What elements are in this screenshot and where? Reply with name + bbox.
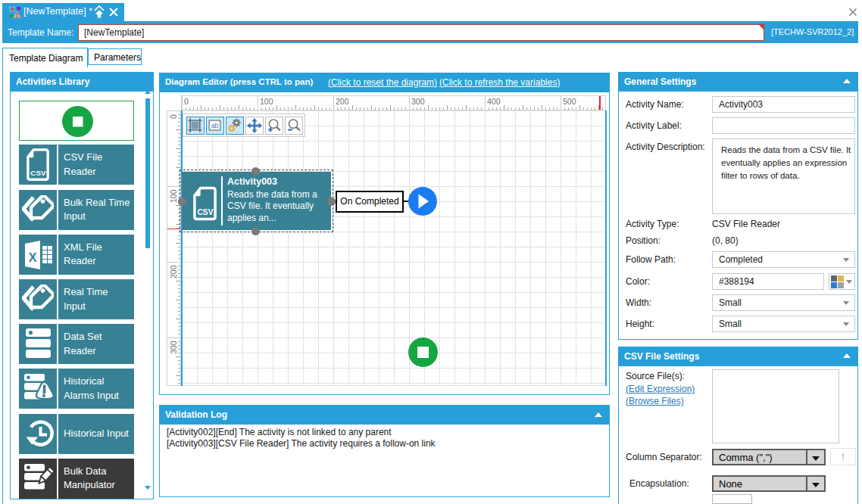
svg-text:CSV: CSV: [198, 208, 214, 216]
svg-text:ab: ab: [211, 122, 219, 129]
svg-text:CSV: CSV: [30, 169, 46, 177]
svg-text:X: X: [29, 251, 37, 264]
